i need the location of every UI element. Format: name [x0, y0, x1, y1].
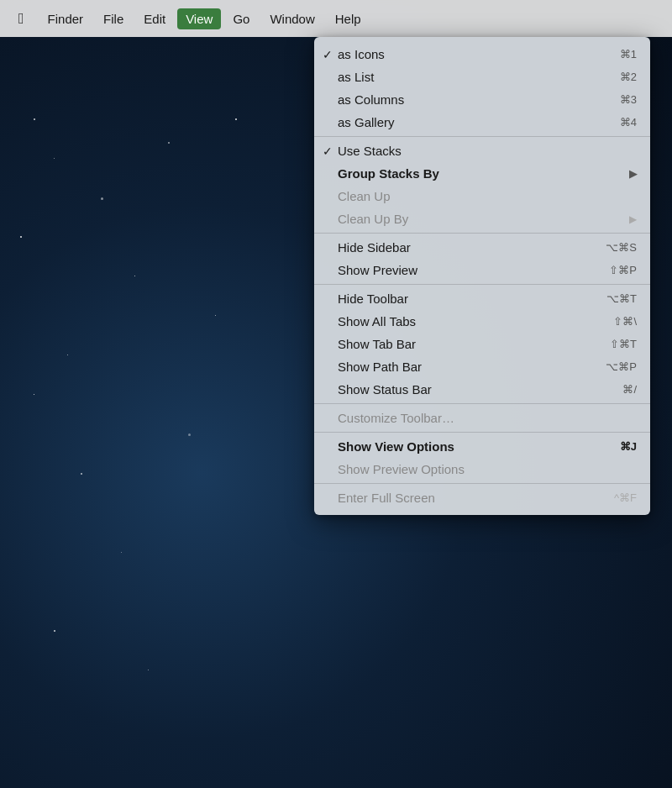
menubar-finder[interactable]: Finder: [39, 8, 92, 29]
menu-item-clean-up[interactable]: Clean Up: [314, 185, 650, 208]
toolbar-tabs-section: Hide Toolbar ⌥⌘T Show All Tabs ⇧⌘\ Show …: [314, 284, 650, 403]
menu-item-as-icons[interactable]: ✓ as Icons ⌘1: [314, 43, 650, 66]
menu-item-show-tab-bar[interactable]: Show Tab Bar ⇧⌘T: [314, 333, 650, 355]
menubar-help[interactable]: Help: [327, 8, 370, 29]
menu-label-hide-toolbar: Hide Toolbar: [338, 292, 408, 306]
menu-item-show-status-bar[interactable]: Show Status Bar ⌘/: [314, 378, 650, 401]
shortcut-hide-toolbar: ⌥⌘T: [606, 292, 637, 305]
shortcut-show-all-tabs: ⇧⌘\: [613, 315, 637, 328]
shortcut-as-gallery: ⌘4: [620, 116, 637, 129]
fullscreen-section: Enter Full Screen ^⌘F: [314, 483, 650, 512]
menu-label-hide-sidebar: Hide Sidebar: [338, 240, 411, 255]
menubar-file[interactable]: File: [95, 8, 132, 29]
shortcut-show-tab-bar: ⇧⌘T: [610, 338, 637, 350]
menu-item-as-gallery[interactable]: as Gallery ⌘4: [314, 111, 650, 134]
menu-item-enter-full-screen[interactable]: Enter Full Screen ^⌘F: [314, 486, 650, 509]
shortcut-hide-sidebar: ⌥⌘S: [606, 241, 637, 254]
view-options-section: Show View Options ⌘J Show Preview Option…: [314, 432, 650, 483]
shortcut-as-list: ⌘2: [620, 71, 637, 83]
menu-label-show-view-options: Show View Options: [338, 439, 454, 454]
menu-label-show-all-tabs: Show All Tabs: [338, 314, 416, 328]
menu-label-show-tab-bar: Show Tab Bar: [338, 337, 416, 351]
menu-item-group-stacks-by[interactable]: Group Stacks By ▶: [314, 162, 650, 185]
menubar-view[interactable]: View: [177, 8, 221, 29]
menu-item-show-path-bar[interactable]: Show Path Bar ⌥⌘P: [314, 355, 650, 378]
shortcut-show-view-options: ⌘J: [620, 440, 637, 453]
menubar-go[interactable]: Go: [224, 8, 258, 29]
menu-label-group-stacks-by: Group Stacks By: [338, 166, 439, 181]
menubar-edit[interactable]: Edit: [135, 8, 174, 29]
checkmark-use-stacks-icon: ✓: [323, 144, 333, 158]
menu-item-as-list[interactable]: as List ⌘2: [314, 66, 650, 88]
menu-item-show-preview[interactable]: Show Preview ⇧⌘P: [314, 259, 650, 281]
menubar:  Finder File Edit View Go Window Help: [0, 0, 672, 37]
checkmark-icon: ✓: [323, 48, 333, 61]
menu-label-clean-up-by: Clean Up By: [338, 212, 408, 226]
menu-label-show-preview-options: Show Preview Options: [338, 462, 465, 476]
menu-label-as-icons: as Icons: [338, 47, 385, 61]
menu-label-clean-up: Clean Up: [338, 189, 391, 203]
view-menu-dropdown: ✓ as Icons ⌘1 as List ⌘2 as Columns ⌘3 a…: [314, 37, 650, 515]
menu-item-customize-toolbar[interactable]: Customize Toolbar…: [314, 407, 650, 429]
shortcut-show-path-bar: ⌥⌘P: [606, 360, 637, 373]
menu-item-hide-sidebar[interactable]: Hide Sidebar ⌥⌘S: [314, 236, 650, 259]
menu-label-show-preview: Show Preview: [338, 263, 417, 277]
shortcut-show-preview: ⇧⌘P: [609, 264, 637, 276]
sidebar-preview-section: Hide Sidebar ⌥⌘S Show Preview ⇧⌘P: [314, 233, 650, 284]
menu-item-clean-up-by[interactable]: Clean Up By ▶: [314, 208, 650, 230]
menu-item-show-all-tabs[interactable]: Show All Tabs ⇧⌘\: [314, 310, 650, 333]
menu-label-show-status-bar: Show Status Bar: [338, 382, 432, 397]
shortcut-as-columns: ⌘3: [620, 93, 637, 106]
submenu-arrow-clean-up-by-icon: ▶: [629, 213, 637, 225]
customize-section: Customize Toolbar…: [314, 403, 650, 432]
menu-label-show-path-bar: Show Path Bar: [338, 360, 422, 374]
menu-label-enter-full-screen: Enter Full Screen: [338, 491, 435, 505]
menu-label-as-columns: as Columns: [338, 92, 404, 107]
shortcut-as-icons: ⌘1: [620, 48, 637, 60]
stacks-section: ✓ Use Stacks Group Stacks By ▶ Clean Up …: [314, 136, 650, 233]
shortcut-enter-full-screen: ^⌘F: [614, 491, 637, 504]
menu-label-customize-toolbar: Customize Toolbar…: [338, 411, 454, 425]
apple-menu[interactable]: : [10, 7, 33, 31]
menu-label-as-gallery: as Gallery: [338, 115, 395, 129]
submenu-arrow-icon: ▶: [629, 168, 637, 180]
view-modes-section: ✓ as Icons ⌘1 as List ⌘2 as Columns ⌘3 a…: [314, 40, 650, 136]
menu-item-use-stacks[interactable]: ✓ Use Stacks: [314, 139, 650, 162]
menu-item-show-preview-options[interactable]: Show Preview Options: [314, 458, 650, 481]
menu-item-hide-toolbar[interactable]: Hide Toolbar ⌥⌘T: [314, 287, 650, 310]
menubar-window[interactable]: Window: [261, 8, 323, 29]
shortcut-show-status-bar: ⌘/: [622, 383, 637, 396]
desktop:  Finder File Edit View Go Window Help ✓…: [0, 0, 672, 788]
menu-label-as-list: as List: [338, 70, 374, 84]
menu-item-as-columns[interactable]: as Columns ⌘3: [314, 88, 650, 111]
menu-item-show-view-options[interactable]: Show View Options ⌘J: [314, 435, 650, 458]
menu-label-use-stacks: Use Stacks: [338, 144, 402, 158]
